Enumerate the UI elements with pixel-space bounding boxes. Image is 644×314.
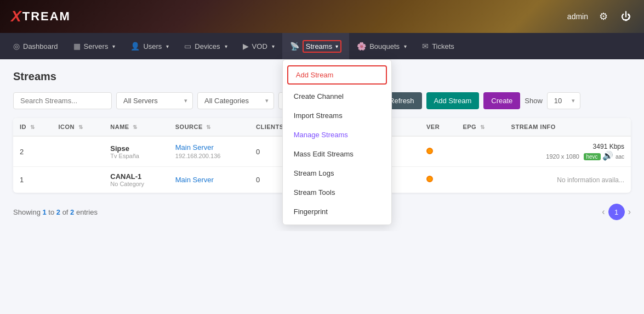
- all-categories-select[interactable]: All Categories: [197, 92, 274, 109]
- id-sort-icon[interactable]: ⇅: [30, 124, 35, 130]
- servers-arrow-icon: ▾: [112, 43, 115, 49]
- dropdown-mass-edit-streams[interactable]: Mass Edit Streams: [283, 144, 391, 164]
- streams-icon: 📡: [290, 42, 299, 51]
- row1-stream-info: 3491 Kbps 1920 x 1080 hevc 🔊 aac: [505, 136, 631, 167]
- streams-active-box: Streams ▾: [303, 40, 341, 53]
- col-actions: [402, 118, 420, 136]
- admin-label: admin: [567, 12, 588, 21]
- row1-id: 2: [13, 136, 52, 167]
- dropdown-fingerprint[interactable]: Fingerprint: [283, 202, 391, 221]
- col-stream-info: STREAM INFO: [505, 118, 631, 136]
- row2-icon: [52, 167, 104, 193]
- users-icon: 👤: [130, 42, 140, 51]
- row2-name: CANAL-1: [110, 172, 162, 181]
- col-id: ID ⇅: [13, 118, 52, 136]
- row2-no-info: No information availa...: [557, 176, 624, 184]
- show-label: Show: [525, 97, 543, 105]
- row1-epg: [456, 136, 504, 167]
- row1-ver: [420, 136, 456, 167]
- settings-button[interactable]: ⚙: [597, 8, 610, 25]
- tickets-icon: ✉: [422, 42, 429, 51]
- row2-ver-dot: [426, 176, 433, 182]
- next-page-button[interactable]: ›: [628, 207, 631, 217]
- row1-sub: Tv España: [110, 153, 162, 159]
- row2-epg: [456, 167, 504, 193]
- row1-audio-icon: 🔊: [602, 151, 613, 160]
- dropdown-create-channel[interactable]: Create Channel: [283, 87, 391, 106]
- range-start: 1: [42, 208, 46, 216]
- name-sort-icon[interactable]: ⇅: [133, 124, 138, 130]
- icon-sort-icon[interactable]: ⇅: [78, 124, 83, 130]
- sidebar-item-vod[interactable]: ▶ VOD ▾: [235, 33, 282, 59]
- nav-bouquets-label: Bouquets: [369, 42, 400, 51]
- row1-source-link[interactable]: Main Server: [175, 143, 214, 152]
- create-button[interactable]: Create: [483, 92, 520, 109]
- col-icon: ICON ⇅: [52, 118, 104, 136]
- users-arrow-icon: ▾: [166, 43, 169, 49]
- nav-dashboard-label: Dashboard: [23, 42, 58, 51]
- all-servers-wrapper: All Servers ▾: [116, 92, 193, 109]
- all-servers-select[interactable]: All Servers: [116, 92, 193, 109]
- dropdown-stream-tools[interactable]: Stream Tools: [283, 183, 391, 202]
- nav-devices-label: Devices: [195, 42, 220, 51]
- dropdown-add-stream[interactable]: Add Stream: [287, 65, 387, 85]
- row1-audio-label: aac: [615, 154, 624, 160]
- dropdown-import-streams[interactable]: Import Streams: [283, 106, 391, 125]
- nav-vod-label: VOD: [252, 42, 267, 51]
- logo-x: X: [11, 8, 21, 25]
- pagination: ‹ 1 ›: [602, 204, 631, 220]
- row2-stream-info: No information availa...: [505, 167, 631, 193]
- row2-source-link[interactable]: Main Server: [175, 176, 214, 184]
- logo-text: TREAM: [22, 9, 71, 24]
- sidebar-item-tickets[interactable]: ✉ Tickets: [414, 33, 462, 59]
- dashboard-icon: ◎: [13, 42, 20, 51]
- vod-arrow-icon: ▾: [272, 43, 275, 49]
- row1-source: Main Server 192.168.200.136: [169, 136, 249, 167]
- servers-icon: ▦: [73, 42, 81, 51]
- col-source: SOURCE ⇅: [169, 118, 249, 136]
- add-stream-button[interactable]: Add Stream: [426, 92, 480, 109]
- bouquets-icon: 🌸: [357, 42, 366, 51]
- sidebar-item-users[interactable]: 👤 Users ▾: [123, 33, 176, 59]
- range-end: 2: [56, 208, 60, 216]
- prev-page-button[interactable]: ‹: [602, 207, 605, 217]
- all-categories-wrapper: All Categories ▾: [197, 92, 274, 109]
- page-1-button[interactable]: 1: [608, 204, 625, 220]
- logo: X TREAM: [11, 8, 71, 25]
- nav-tickets-label: Tickets: [432, 42, 454, 51]
- show-count-wrapper: 10 25 50 ▾: [547, 92, 580, 109]
- row2-actions: [402, 167, 420, 193]
- row1-source-ip: 192.168.200.136: [175, 153, 221, 159]
- total: 2: [70, 208, 74, 216]
- epg-sort-icon[interactable]: ⇅: [480, 124, 485, 130]
- source-sort-icon[interactable]: ⇅: [206, 124, 211, 130]
- streams-dropdown: Add Stream Create Channel Import Streams…: [282, 59, 392, 225]
- row2-ver: [420, 167, 456, 193]
- row1-icon: [52, 136, 104, 167]
- nav-users-label: Users: [143, 42, 162, 51]
- top-bar: X TREAM admin ⚙ ⏻: [0, 0, 644, 33]
- show-count-select[interactable]: 10 25 50: [547, 92, 580, 109]
- col-epg: EPG ⇅: [456, 118, 504, 136]
- sidebar-item-bouquets[interactable]: 🌸 Bouquets ▾: [349, 33, 414, 59]
- bouquets-arrow-icon: ▾: [404, 43, 407, 49]
- dropdown-stream-logs[interactable]: Stream Logs: [283, 164, 391, 183]
- row1-resolution: 1920 x 1080: [546, 153, 579, 160]
- nav-servers-label: Servers: [84, 42, 109, 51]
- sidebar-item-dashboard[interactable]: ◎ Dashboard: [5, 33, 66, 59]
- sidebar-item-servers[interactable]: ▦ Servers ▾: [66, 33, 123, 59]
- row2-name-cell: CANAL-1 No Category: [104, 167, 169, 193]
- top-right: admin ⚙ ⏻: [567, 8, 633, 25]
- sidebar-item-streams[interactable]: 📡 Streams ▾: [282, 33, 349, 59]
- row1-name-cell: Sipse Tv España: [104, 136, 169, 167]
- streams-arrow-icon: ▾: [335, 43, 338, 49]
- row1-codec: hevc: [584, 153, 601, 160]
- search-input[interactable]: [13, 92, 112, 109]
- vod-icon: ▶: [243, 42, 249, 51]
- dropdown-manage-streams[interactable]: Manage Streams: [283, 125, 391, 144]
- col-ver: VER: [420, 118, 456, 136]
- streams-nav-container: 📡 Streams ▾ Add Stream Create Channel Im…: [282, 33, 349, 59]
- row2-sub: No Category: [110, 181, 162, 187]
- sidebar-item-devices[interactable]: ▭ Devices ▾: [176, 33, 235, 59]
- power-button[interactable]: ⏻: [619, 9, 633, 25]
